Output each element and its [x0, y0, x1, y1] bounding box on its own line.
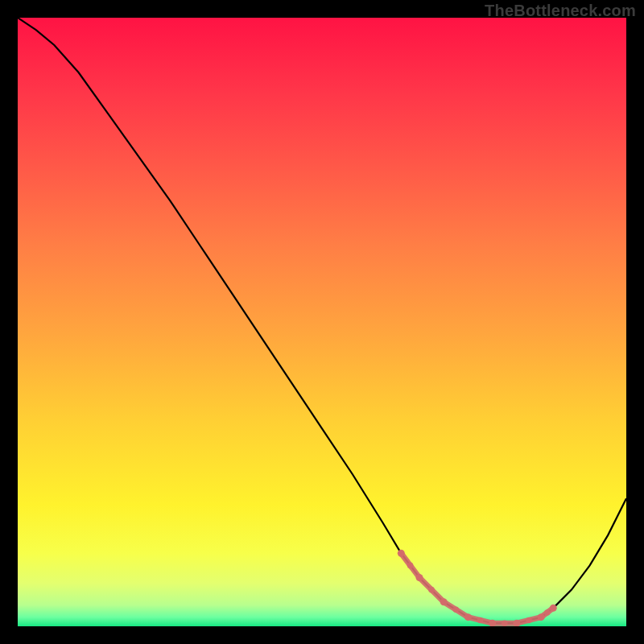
plot-area — [18, 18, 626, 626]
svg-point-4 — [440, 598, 448, 605]
chart-svg — [18, 18, 626, 626]
svg-point-1 — [407, 563, 414, 569]
svg-point-11 — [526, 617, 532, 624]
svg-point-14 — [550, 605, 557, 612]
svg-point-6 — [464, 613, 472, 621]
svg-point-13 — [544, 609, 551, 616]
svg-point-9 — [502, 620, 508, 626]
svg-point-3 — [428, 587, 435, 593]
svg-point-5 — [453, 606, 460, 613]
svg-point-7 — [477, 617, 484, 624]
svg-point-0 — [398, 550, 405, 557]
chart-container: TheBottleneck.com — [0, 0, 644, 644]
svg-point-2 — [415, 574, 423, 581]
svg-point-12 — [538, 613, 545, 621]
gradient-background — [18, 18, 626, 626]
